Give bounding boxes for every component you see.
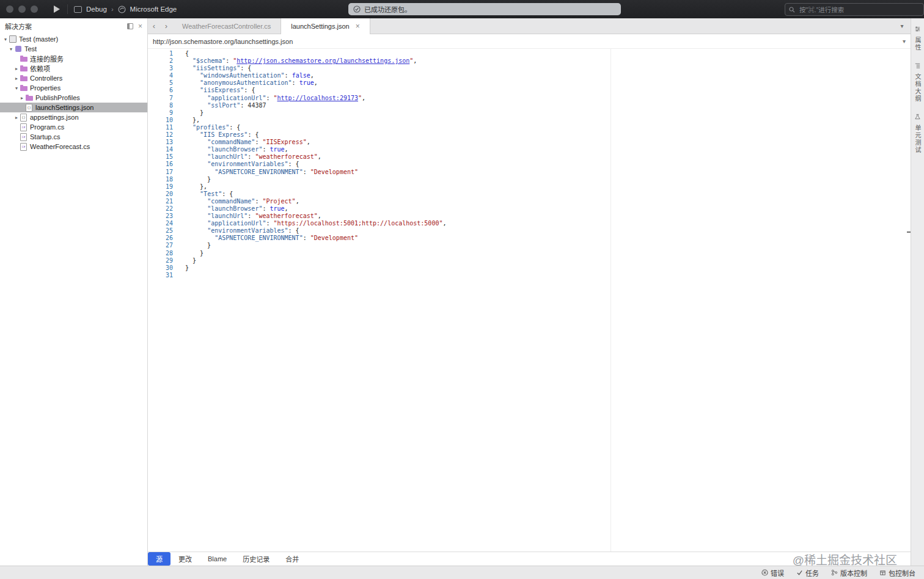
line-number: 22: [148, 205, 173, 213]
window-minimize-button[interactable]: [18, 5, 26, 13]
dock-tab-outline[interactable]: 文档大纲: [913, 62, 922, 103]
line-number: 23: [148, 213, 173, 220]
line-number: 12: [148, 131, 173, 139]
tree-item[interactable]: WeatherForecast.cs: [0, 142, 147, 151]
tree-item[interactable]: launchSettings.json: [0, 103, 147, 112]
line-number: 31: [148, 272, 173, 279]
package-icon: [879, 569, 886, 576]
schema-path-bar: http://json.schemastore.org/launchsettin…: [148, 34, 911, 49]
expander-closed-icon[interactable]: ▸: [13, 115, 20, 120]
vcs-icon: [831, 569, 838, 576]
window-zoom-button[interactable]: [31, 5, 38, 13]
code-line: 15 "launchUrl": "weatherforecast",: [148, 153, 911, 161]
cs-icon: [20, 143, 28, 150]
tree-item[interactable]: ▸依赖项: [0, 64, 147, 73]
tree-item[interactable]: ▸Controllers: [0, 73, 147, 83]
code-line: 11 "profiles": {: [148, 124, 911, 131]
navigate-forward-icon[interactable]: ›: [160, 18, 172, 34]
search-input[interactable]: [798, 5, 920, 14]
tree-item[interactable]: Program.cs: [0, 122, 147, 132]
dock-tab-tests[interactable]: 单元测试: [913, 114, 922, 154]
schema-dropdown-icon[interactable]: ▾: [903, 38, 906, 45]
editor-tabbar: ‹ › WeatherForecastController.cs launchS…: [148, 18, 911, 34]
line-number: 21: [148, 198, 173, 205]
code-editor[interactable]: 1{2 "$schema": "http://json.schemastore.…: [148, 49, 911, 552]
mode-tab-更改[interactable]: 更改: [170, 552, 200, 566]
code-line: 30}: [148, 264, 911, 272]
expander-closed-icon[interactable]: ▸: [13, 66, 20, 71]
tab-weatherforecastcontroller[interactable]: WeatherForecastController.cs: [172, 18, 280, 34]
status-item-package[interactable]: 包控制台: [879, 568, 915, 578]
services-icon: [20, 55, 28, 62]
run-configuration-selector[interactable]: Debug › Microsoft Edge: [74, 5, 177, 13]
close-tab-icon[interactable]: ×: [356, 22, 360, 31]
close-panel-icon[interactable]: ×: [138, 23, 142, 29]
expander-open-icon[interactable]: ▾: [8, 46, 14, 52]
configuration-icon: [74, 6, 82, 13]
line-number: 15: [148, 153, 173, 161]
mode-tab-源[interactable]: 源: [148, 552, 170, 566]
tree-item[interactable]: 连接的服务: [0, 54, 147, 64]
tree-item-label: 依赖项: [30, 64, 50, 73]
json-icon: [25, 104, 33, 111]
tree-item[interactable]: ▸PublishProfiles: [0, 93, 147, 103]
tree-item[interactable]: ▾Test (master): [0, 34, 147, 44]
window-close-button[interactable]: [6, 5, 13, 13]
code-line: 19 },: [148, 183, 911, 191]
status-notification-text: 已成功还原包。: [364, 4, 411, 14]
mode-tab-历史记录[interactable]: 历史记录: [235, 552, 277, 566]
tree-item[interactable]: ▾Test: [0, 44, 147, 54]
tree-item-label: appsettings.json: [30, 114, 79, 121]
tree-item-label: Program.cs: [30, 123, 64, 131]
json-icon: [20, 114, 28, 121]
tree-item-label: 连接的服务: [30, 54, 64, 64]
line-number: 11: [148, 124, 173, 131]
sidebar-header: 解决方案 ×: [0, 18, 147, 34]
tree-item-label: launchSettings.json: [35, 104, 94, 111]
code-line: 4 "windowsAuthentication": false,: [148, 72, 911, 79]
expander-closed-icon[interactable]: ▸: [13, 76, 20, 81]
solution-sidebar: 解决方案 × ▾Test (master)▾Test连接的服务▸依赖项▸Cont…: [0, 18, 148, 566]
tab-list-dropdown-icon[interactable]: ▾: [893, 18, 911, 34]
code-line: 29 }: [148, 257, 911, 264]
line-number: 28: [148, 250, 173, 257]
dock-tab-properties[interactable]: 属性: [913, 26, 922, 51]
status-item-error[interactable]: 错误: [761, 568, 784, 578]
tasks-icon: [796, 569, 803, 576]
expander-open-icon[interactable]: ▾: [13, 86, 20, 91]
dock-tab-label: 单元测试: [913, 125, 922, 154]
watermark: @稀土掘金技术社区: [793, 552, 897, 566]
status-item-tasks[interactable]: 任务: [796, 568, 819, 578]
expander-open-icon[interactable]: ▾: [2, 37, 9, 42]
mode-tab-Blame[interactable]: Blame: [200, 552, 235, 566]
configuration-label: Debug: [86, 5, 107, 13]
code-line: 27 }: [148, 242, 911, 249]
line-number: 26: [148, 235, 173, 242]
tree-item[interactable]: ▸appsettings.json: [0, 112, 147, 122]
run-button[interactable]: [54, 5, 60, 13]
code-line: 2 "$schema": "http://json.schemastore.or…: [148, 57, 911, 65]
tree-item[interactable]: ▾Properties: [0, 83, 147, 93]
folder-icon: [20, 65, 28, 72]
tree-item[interactable]: Startup.cs: [0, 132, 147, 142]
mode-tab-合并[interactable]: 合并: [277, 552, 307, 566]
line-number: 8: [148, 102, 173, 109]
tab-label: WeatherForecastController.cs: [182, 23, 271, 30]
line-number: 19: [148, 183, 173, 191]
code-line: 21 "commandName": "Project",: [148, 198, 911, 205]
line-number: 2: [148, 57, 173, 65]
dock-panel-icon[interactable]: [127, 23, 133, 29]
global-search[interactable]: [785, 3, 924, 16]
tree-item-label: PublishProfiles: [35, 94, 80, 101]
tab-launchsettings[interactable]: launchSettings.json ×: [280, 18, 370, 34]
code-line: 9 }: [148, 109, 911, 117]
code-line: 5 "anonymousAuthentication": true,: [148, 79, 911, 87]
expander-closed-icon[interactable]: ▸: [19, 95, 25, 101]
code-line: 10 },: [148, 117, 911, 124]
navigate-back-icon[interactable]: ‹: [148, 18, 160, 34]
line-number: 3: [148, 65, 173, 72]
status-item-vcs[interactable]: 版本控制: [831, 568, 867, 578]
code-line: 31: [148, 272, 911, 279]
line-number: 1: [148, 50, 173, 57]
tests-icon: [914, 114, 921, 122]
